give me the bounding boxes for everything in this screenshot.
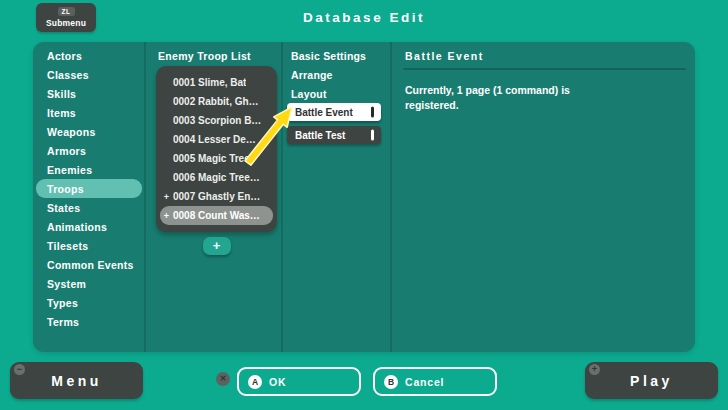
sidebar-item-tilesets[interactable]: Tilesets <box>33 236 144 255</box>
menu-item-basic-settings[interactable]: Basic Settings <box>283 46 390 65</box>
ok-button[interactable]: A OK <box>237 367 361 396</box>
troop-item-0008[interactable]: + 0008 Count Was… <box>160 206 273 225</box>
panel-divider <box>403 68 686 70</box>
troop-item-label: 0007 Ghastly En… <box>173 191 260 202</box>
troop-item-0007[interactable]: + 0007 Ghastly En… <box>160 187 273 206</box>
battle-test-label: Battle Test <box>295 130 345 141</box>
cancel-button[interactable]: B Cancel <box>373 367 497 396</box>
troop-item-0002[interactable]: 0002 Rabbit, Gh… <box>160 92 273 111</box>
plus-gamepad-icon: + <box>589 364 600 375</box>
sidebar-item-states[interactable]: States <box>33 198 144 217</box>
cursor-bar-icon <box>371 107 375 118</box>
sidebar-item-troops[interactable]: Troops <box>36 179 142 198</box>
battle-event-panel-title: Battle Event <box>392 46 695 65</box>
cursor-bar-icon <box>371 130 375 141</box>
b-gamepad-icon: B <box>384 375 398 389</box>
sidebar-item-actors[interactable]: Actors <box>33 46 144 65</box>
menu-button-label: Menu <box>51 373 102 389</box>
troop-item-0005[interactable]: 0005 Magic Tree <box>160 149 273 168</box>
troop-item-label: 0005 Magic Tree <box>173 153 250 164</box>
play-button[interactable]: + Play <box>585 362 718 399</box>
menu-item-arrange[interactable]: Arrange <box>283 65 390 84</box>
troop-item-label: 0004 Lesser De… <box>173 134 256 145</box>
page-title: Database Edit <box>0 10 728 25</box>
category-sidebar: Actors Classes Skills Items Weapons Armo… <box>33 42 146 352</box>
sidebar-item-terms[interactable]: Terms <box>33 312 144 331</box>
battle-event-panel: Battle Event Currently, 1 page (1 comman… <box>392 42 695 352</box>
troop-item-0006[interactable]: 0006 Magic Tree… <box>160 168 273 187</box>
sidebar-item-enemies[interactable]: Enemies <box>33 160 144 179</box>
troop-item-0003[interactable]: 0003 Scorpion B… <box>160 111 273 130</box>
x-gamepad-icon[interactable]: ✕ <box>216 372 230 386</box>
battle-event-summary: Currently, 1 page (1 command) is registe… <box>405 83 610 113</box>
battle-event-label: Battle Event <box>295 107 353 118</box>
troop-item-label: 0002 Rabbit, Gh… <box>173 96 259 107</box>
troop-item-label: 0001 Slime, Bat <box>173 77 246 88</box>
minus-gamepad-icon: − <box>14 364 25 375</box>
menu-item-layout[interactable]: Layout <box>283 84 390 103</box>
database-panel: Actors Classes Skills Items Weapons Armo… <box>33 42 695 352</box>
sidebar-item-skills[interactable]: Skills <box>33 84 144 103</box>
sidebar-item-system[interactable]: System <box>33 274 144 293</box>
battle-test-button[interactable]: Battle Test <box>287 126 381 144</box>
sidebar-item-items[interactable]: Items <box>33 103 144 122</box>
sidebar-item-animations[interactable]: Animations <box>33 217 144 236</box>
troop-item-label: 0006 Magic Tree… <box>173 172 260 183</box>
a-gamepad-icon: A <box>248 375 262 389</box>
troop-item-0001[interactable]: 0001 Slime, Bat <box>160 73 273 92</box>
play-button-label: Play <box>630 373 673 389</box>
troop-list: 0001 Slime, Bat 0002 Rabbit, Gh… 0003 Sc… <box>156 66 277 232</box>
sidebar-item-types[interactable]: Types <box>33 293 144 312</box>
ok-button-label: OK <box>269 376 286 388</box>
sidebar-item-classes[interactable]: Classes <box>33 65 144 84</box>
sidebar-item-armors[interactable]: Armors <box>33 141 144 160</box>
sidebar-item-common-events[interactable]: Common Events <box>33 255 144 274</box>
troop-settings-column: Basic Settings Arrange Layout Battle Eve… <box>283 42 392 352</box>
sidebar-item-weapons[interactable]: Weapons <box>33 122 144 141</box>
add-troop-wrap: + <box>156 236 277 255</box>
battle-event-button[interactable]: Battle Event <box>287 103 381 121</box>
troop-new-indicator: + <box>160 211 173 221</box>
menu-button[interactable]: − Menu <box>10 362 143 399</box>
troop-list-header: Enemy Troop List <box>146 46 281 65</box>
troop-item-0004[interactable]: 0004 Lesser De… <box>160 130 273 149</box>
troop-new-indicator: + <box>160 192 173 202</box>
troop-item-label: 0008 Count Was… <box>173 210 260 221</box>
troop-item-label: 0003 Scorpion B… <box>173 115 261 126</box>
add-troop-button[interactable]: + <box>203 237 231 255</box>
troop-list-column: Enemy Troop List 0001 Slime, Bat 0002 Ra… <box>146 42 283 352</box>
cancel-button-label: Cancel <box>405 376 444 388</box>
